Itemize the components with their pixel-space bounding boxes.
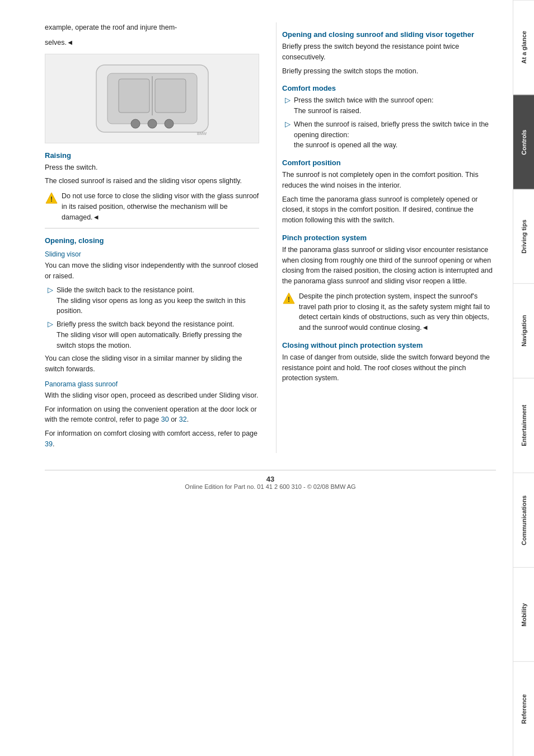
tab-reference[interactable]: Reference bbox=[513, 661, 534, 756]
link-page-32[interactable]: 32 bbox=[179, 416, 187, 423]
sliding-visor-bullet-2: ▷ Briefly press the switch back beyond t… bbox=[45, 319, 259, 351]
svg-rect-2 bbox=[119, 79, 149, 113]
panorama-p2: For information on using the convenient … bbox=[45, 404, 259, 426]
sliding-visor-bullet-1: ▷ Slide the switch back to the resistanc… bbox=[45, 285, 259, 316]
footer: 43 Online Edition for Part no. 01 41 2 6… bbox=[45, 470, 496, 490]
comfort-position-p1: The sunroof is not completely open in th… bbox=[282, 170, 496, 191]
panorama-subtitle: Panorama glass sunroof bbox=[45, 380, 259, 388]
tab-entertainment[interactable]: Entertainment bbox=[513, 378, 534, 473]
divider-1 bbox=[45, 228, 259, 228]
raising-warning-text: Do not use force to close the sliding vi… bbox=[62, 191, 259, 222]
footer-text: Online Edition for Part no. 01 41 2 600 … bbox=[185, 483, 355, 490]
comfort-bullet-text-1: Press the switch twice with the sunroof … bbox=[294, 95, 433, 116]
pinch-warning: ! Despite the pinch protection system, i… bbox=[282, 291, 496, 333]
bullet-arrow-icon-3: ▷ bbox=[285, 96, 291, 116]
raising-p1: Press the switch. bbox=[45, 162, 259, 173]
bullet-arrow-icon-1: ▷ bbox=[48, 286, 53, 316]
comfort-position-p2: Each time the panorama glass sunroof is … bbox=[282, 194, 496, 226]
intro-line2: selves.◄ bbox=[45, 38, 259, 48]
tab-navigation[interactable]: Navigation bbox=[513, 283, 534, 378]
panorama-p1: With the sliding visor open, proceed as … bbox=[45, 390, 259, 401]
intro-line1: example, operate the roof and injure the… bbox=[45, 22, 259, 33]
sliding-visor-p1: You can move the sliding visor independe… bbox=[45, 260, 259, 282]
raising-p2: The closed sunroof is raised and the sli… bbox=[45, 176, 259, 186]
raising-warning: ! Do not use force to close the sliding … bbox=[45, 191, 259, 222]
panorama-p3: For information on comfort closing with … bbox=[45, 428, 259, 450]
closing-without-p1: In case of danger from outside, slide th… bbox=[282, 352, 496, 384]
together-p2: Briefly pressing the switch stops the mo… bbox=[282, 66, 496, 77]
tab-controls[interactable]: Controls bbox=[513, 95, 534, 189]
two-column-layout: example, operate the roof and injure the… bbox=[45, 22, 496, 453]
pinch-protection-title: Pinch protection system bbox=[282, 234, 496, 242]
comfort-position-title: Comfort position bbox=[282, 158, 496, 167]
opening-closing-title: Opening, closing bbox=[45, 236, 259, 245]
warning-triangle-icon: ! bbox=[45, 192, 58, 205]
comfort-bullet-1: ▷ Press the switch twice with the sunroo… bbox=[282, 95, 496, 116]
right-column: Opening and closing sunroof and sliding … bbox=[276, 22, 496, 453]
svg-point-5 bbox=[131, 119, 140, 128]
bullet-text-1: Slide the switch back to the resistance … bbox=[57, 285, 259, 316]
page-number: 43 bbox=[266, 475, 274, 483]
link-page-39[interactable]: 39 bbox=[45, 440, 53, 448]
svg-rect-3 bbox=[155, 79, 186, 113]
tab-mobility[interactable]: Mobility bbox=[513, 567, 534, 662]
right-sidebar: At a glance Controls Driving tips Naviga… bbox=[513, 0, 534, 756]
main-content: example, operate the roof and injure the… bbox=[0, 0, 513, 756]
svg-text:BMW: BMW bbox=[197, 132, 207, 136]
car-image: BMW bbox=[45, 54, 259, 143]
comfort-bullet-text-2: When the sunroof is raised, briefly pres… bbox=[294, 119, 496, 151]
svg-point-6 bbox=[148, 119, 157, 128]
sliding-visor-p2: You can close the sliding visor in a sim… bbox=[45, 353, 259, 375]
svg-text:!: ! bbox=[50, 195, 53, 203]
bullet-arrow-icon-2: ▷ bbox=[48, 320, 53, 351]
page-container: example, operate the roof and injure the… bbox=[0, 0, 534, 756]
together-p1: Briefly press the switch beyond the resi… bbox=[282, 41, 496, 63]
car-diagram-svg: BMW bbox=[91, 59, 214, 138]
left-column: example, operate the roof and injure the… bbox=[45, 22, 265, 453]
tab-driving-tips[interactable]: Driving tips bbox=[513, 189, 534, 284]
raising-title: Raising bbox=[45, 151, 259, 160]
closing-without-title: Closing without pinch protection system bbox=[282, 341, 496, 349]
tab-at-a-glance[interactable]: At a glance bbox=[513, 0, 534, 95]
sliding-visor-subtitle: Sliding visor bbox=[45, 250, 259, 258]
together-title: Opening and closing sunroof and sliding … bbox=[282, 30, 496, 39]
tab-communications[interactable]: Communications bbox=[513, 473, 534, 567]
link-page-30[interactable]: 30 bbox=[161, 416, 169, 423]
bullet-arrow-icon-4: ▷ bbox=[285, 120, 291, 151]
pinch-warning-text: Despite the pinch protection system, ins… bbox=[299, 291, 496, 333]
comfort-bullet-2: ▷ When the sunroof is raised, briefly pr… bbox=[282, 119, 496, 151]
svg-text:!: ! bbox=[288, 296, 290, 304]
pinch-warning-triangle-icon: ! bbox=[282, 292, 296, 305]
svg-point-7 bbox=[165, 119, 174, 128]
pinch-protection-p1: If the panorama glass sunroof or sliding… bbox=[282, 245, 496, 287]
comfort-modes-title: Comfort modes bbox=[282, 84, 496, 92]
bullet-text-2: Briefly press the switch back beyond the… bbox=[57, 319, 259, 351]
